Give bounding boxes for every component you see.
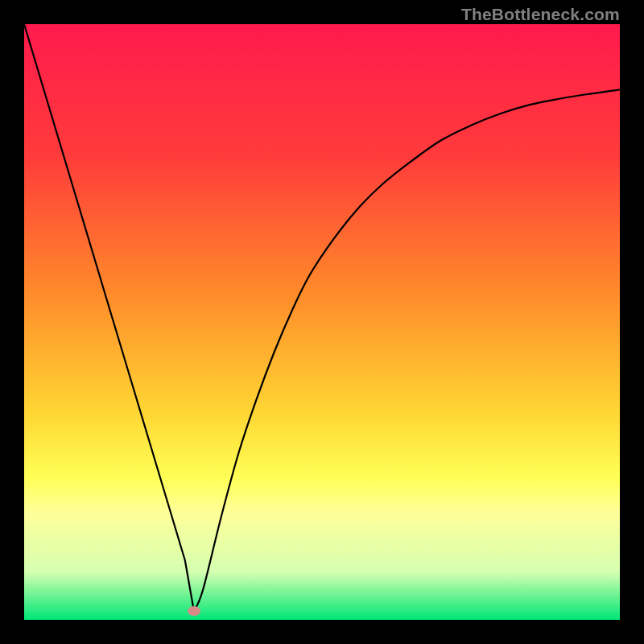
plot-area bbox=[24, 24, 620, 620]
optimal-point-marker bbox=[188, 606, 200, 616]
watermark-text: TheBottleneck.com bbox=[461, 5, 620, 24]
bottleneck-curve bbox=[24, 24, 620, 620]
chart-container: TheBottleneck.com bbox=[0, 0, 644, 644]
